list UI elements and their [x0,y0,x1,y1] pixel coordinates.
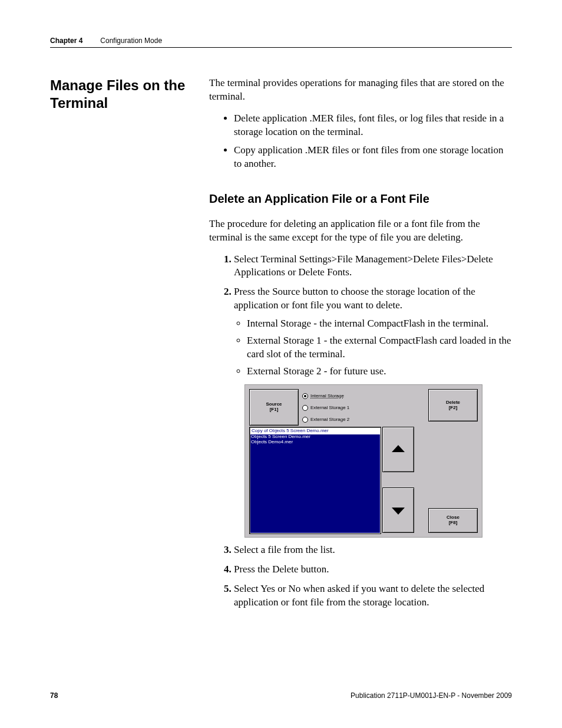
radio-label: Internal Storage [310,393,344,400]
chapter-title: Configuration Mode [100,37,162,45]
sub-bullets: Internal Storage - the internal CompactF… [234,317,512,378]
step-item: Select a file from the list. [234,543,512,557]
steps-list: Select Terminal Settings>File Management… [209,253,512,610]
intro-paragraph: The terminal provides operations for man… [209,77,512,104]
list-item: External Storage 1 - the external Compac… [247,334,512,361]
step-item: Press the Delete button. [234,563,512,577]
triangle-down-icon [392,508,405,515]
storage-radio-group: Internal Storage External Storage 1 Exte… [301,389,367,427]
radio-internal-storage[interactable]: Internal Storage [302,393,366,400]
list-item: Delete application .MER files, font file… [234,112,512,139]
list-item[interactable]: Objects Demo4.mer [250,440,380,445]
scroll-down-button[interactable] [382,487,414,533]
step-item: Select Terminal Settings>File Management… [234,253,512,280]
radio-dot-icon [302,405,308,411]
page-footer: 78 Publication 2711P-UM001J-EN-P - Novem… [50,691,512,700]
list-item: Internal Storage - the internal CompactF… [247,317,512,331]
file-list[interactable]: Copy of Objects 5 Screen Demo.mer Object… [249,427,381,534]
step-item: Select Yes or No when asked if you want … [234,582,512,610]
button-key: [F2] [449,406,458,411]
radio-external-storage-2[interactable]: External Storage 2 [302,417,366,423]
button-key: [F8] [449,521,458,526]
triangle-up-icon [392,445,405,452]
radio-dot-icon [302,393,308,399]
source-button[interactable]: Source [F1] [249,389,299,426]
list-item: Copy application .MER files or font file… [234,144,512,171]
radio-label: External Storage 1 [310,405,349,411]
button-key: [F1] [270,407,279,413]
radio-dot-icon [302,417,308,423]
radio-external-storage-1[interactable]: External Storage 1 [302,405,366,411]
chapter-label: Chapter 4 [50,37,82,45]
section-title: Manage Files on the Terminal [50,77,197,112]
intro-bullets: Delete application .MER files, font file… [209,112,512,171]
page-number: 78 [50,691,58,700]
list-item: External Storage 2 - for future use. [247,365,512,378]
delete-button[interactable]: Delete [F2] [428,389,478,421]
sub-intro-paragraph: The procedure for deleting an applicatio… [209,218,512,245]
screenshot-figure: Source [F1] Internal Storage [244,384,482,538]
scroll-up-button[interactable] [382,427,414,472]
radio-label: External Storage 2 [310,417,349,423]
page-header: Chapter 4 Configuration Mode [50,37,512,48]
subheading: Delete an Application File or a Font Fil… [209,192,512,206]
publication-id: Publication 2711P-UM001J-EN-P - November… [351,691,512,700]
step-item: Press the Source button to choose the st… [234,285,512,538]
close-button[interactable]: Close [F8] [428,508,478,533]
